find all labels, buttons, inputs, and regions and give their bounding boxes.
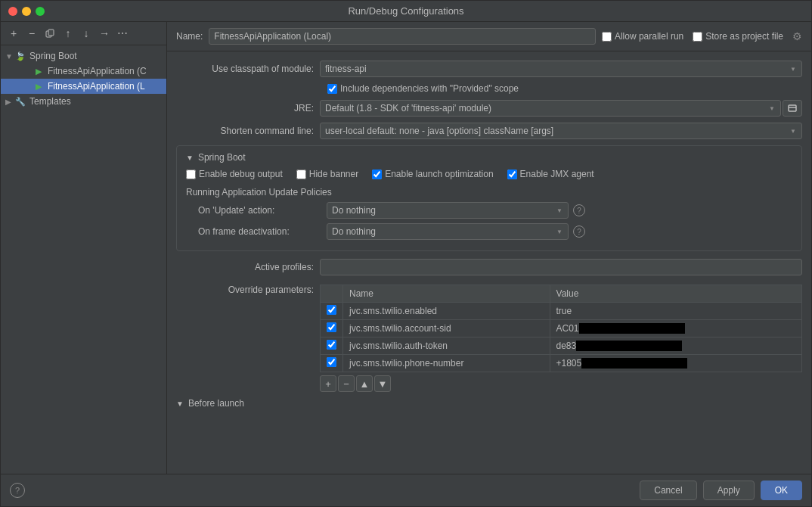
active-profiles-input[interactable] [320, 259, 802, 275]
param-checkbox-2[interactable] [327, 340, 336, 350]
on-update-help-icon[interactable]: ? [573, 204, 585, 216]
before-launch-section: ▼ Before launch [176, 398, 802, 409]
jre-select-wrapper: Default (1.8 - SDK of 'fitness-api' modu… [320, 100, 781, 117]
param-value-cell: de83 [550, 337, 801, 355]
classpath-control: fitness-api [320, 61, 802, 77]
settings-gear-icon[interactable]: ⚙ [792, 30, 802, 42]
jre-row: JRE: Default (1.8 - SDK of 'fitness-api'… [176, 100, 802, 117]
jre-control: Default (1.8 - SDK of 'fitness-api' modu… [320, 100, 802, 117]
include-deps-checkbox-label[interactable]: Include dependencies with "Provided" sco… [327, 83, 519, 94]
spring-boot-toggle[interactable]: ▼ [186, 154, 194, 162]
allow-parallel-run-label[interactable]: Allow parallel run [602, 31, 683, 42]
param-checkbox-cell[interactable] [321, 303, 343, 320]
enable-debug-checkbox[interactable] [186, 170, 196, 179]
on-update-select-wrapper: Do nothingUpdate resourcesUpdate classes… [327, 202, 569, 219]
param-checkbox-cell[interactable] [321, 337, 343, 355]
override-params-label: Override parameters: [176, 281, 320, 295]
config-name-input[interactable] [209, 28, 596, 45]
more-options-button[interactable]: ⋯ [114, 25, 131, 42]
enable-debug-label[interactable]: Enable debug output [186, 169, 283, 179]
on-frame-help-icon[interactable]: ? [573, 226, 585, 238]
shorten-cmd-label: Shorten command line: [176, 126, 320, 136]
jre-browse-button[interactable] [783, 100, 802, 117]
table-row: jvc.sms.twilio.auth-tokende83 [321, 337, 802, 355]
col-name: Name [343, 285, 550, 303]
tree-arrow-templates: ▶ [5, 98, 14, 106]
store-as-project-file-label[interactable]: Store as project file [693, 31, 783, 42]
allow-parallel-run-checkbox[interactable] [602, 32, 612, 42]
param-value-cell: +1805 [550, 355, 801, 372]
param-checkbox-cell[interactable] [321, 355, 343, 372]
param-checkbox-cell[interactable] [321, 320, 343, 337]
templates-icon: 🔧 [14, 95, 26, 107]
on-frame-select[interactable]: Do nothingUpdate resourcesUpdate classes… [327, 223, 569, 240]
enable-launch-opt-checkbox[interactable] [372, 170, 382, 179]
param-checkbox-0[interactable] [327, 305, 336, 315]
window-title: Run/Debug Configurations [348, 5, 463, 17]
enable-jmx-checkbox[interactable] [507, 170, 517, 179]
sidebar-item-config-2[interactable]: ▶ FitnessApiApplication (L [1, 79, 166, 94]
run-config-icon-1: ▶ [33, 65, 45, 77]
override-table-toolbar: + − ▲ ▼ [320, 375, 802, 392]
add-param-button[interactable]: + [320, 375, 336, 392]
table-row: jvc.sms.twilio.phone-number+1805 [321, 355, 802, 372]
apply-button[interactable]: Apply [703, 481, 755, 500]
add-config-button[interactable]: + [5, 25, 22, 42]
enable-jmx-label[interactable]: Enable JMX agent [507, 169, 594, 179]
remove-param-button[interactable]: − [338, 375, 355, 392]
shorten-cmd-select[interactable]: user-local default: none - java [options… [320, 123, 802, 139]
minimize-button[interactable] [22, 7, 31, 16]
param-checkbox-1[interactable] [327, 322, 336, 332]
help-button[interactable]: ? [10, 483, 25, 498]
include-deps-label: Include dependencies with "Provided" sco… [340, 83, 519, 94]
remove-config-button[interactable]: − [23, 25, 40, 42]
redacted-value [581, 358, 687, 369]
active-profiles-row: Active profiles: [176, 259, 802, 275]
sidebar-item-spring-boot-group[interactable]: ▼ 🍃 Spring Boot [1, 48, 166, 64]
svg-rect-2 [789, 105, 796, 111]
config-1-label: FitnessApiApplication (C [48, 66, 147, 76]
store-as-project-file-checkbox[interactable] [693, 32, 702, 42]
hide-banner-label[interactable]: Hide banner [296, 169, 358, 179]
jre-select[interactable]: Default (1.8 - SDK of 'fitness-api' modu… [320, 100, 781, 117]
include-deps-checkbox[interactable] [327, 84, 337, 94]
enable-launch-opt-text: Enable launch optimization [385, 169, 493, 179]
move-up-button[interactable]: ↑ [60, 25, 76, 42]
override-params-control: Name Value jvc.sms.twilio.enabledtruejvc… [320, 281, 802, 392]
classpath-label: Use classpath of module: [176, 64, 320, 74]
close-button[interactable] [8, 7, 17, 16]
footer: ? Cancel Apply OK [1, 474, 811, 506]
copy-config-button[interactable] [42, 25, 58, 42]
spring-boot-section: ▼ Spring Boot Enable debug output [176, 145, 802, 251]
spring-boot-checkboxes: Enable debug output Hide banner Enable l… [186, 169, 792, 179]
param-name-cell: jvc.sms.twilio.phone-number [343, 355, 550, 372]
sidebar-item-config-1[interactable]: ▶ FitnessApiApplication (C [1, 64, 166, 79]
classpath-select-wrapper: fitness-api [320, 61, 802, 77]
header-right: Allow parallel run Store as project file… [602, 30, 802, 42]
running-update-section: Running Application Update Policies On '… [186, 187, 792, 240]
run-config-icon-2: ▶ [33, 80, 45, 92]
param-checkbox-3[interactable] [327, 357, 336, 367]
move-param-up-button[interactable]: ▲ [356, 375, 373, 392]
maximize-button[interactable] [36, 7, 45, 16]
classpath-select[interactable]: fitness-api [320, 61, 802, 77]
move-down-button[interactable]: ↓ [78, 25, 95, 42]
cancel-button[interactable]: Cancel [640, 481, 696, 500]
active-profiles-label: Active profiles: [176, 262, 320, 272]
sidebar-item-templates[interactable]: ▶ 🔧 Templates [1, 94, 166, 109]
config-body: Use classpath of module: fitness-api [167, 51, 811, 424]
spring-boot-icon: 🍃 [14, 50, 26, 62]
hide-banner-checkbox[interactable] [296, 170, 306, 179]
move-param-down-button[interactable]: ▼ [374, 375, 391, 392]
ok-button[interactable]: OK [761, 481, 802, 500]
before-launch-toggle[interactable]: ▼ [176, 400, 184, 408]
move-config-button[interactable]: → [96, 25, 113, 42]
jre-select-container: Default (1.8 - SDK of 'fitness-api' modu… [320, 100, 802, 117]
shorten-cmd-control: user-local default: none - java [options… [320, 123, 802, 139]
tree-arrow-spring-boot: ▼ [5, 52, 14, 61]
on-update-select[interactable]: Do nothingUpdate resourcesUpdate classes… [327, 202, 569, 219]
name-label: Name: [176, 31, 203, 42]
sidebar-tree: ▼ 🍃 Spring Boot ▶ FitnessApiApplication … [1, 45, 166, 474]
enable-launch-opt-label[interactable]: Enable launch optimization [372, 169, 493, 179]
classpath-select-container: fitness-api [320, 61, 802, 77]
